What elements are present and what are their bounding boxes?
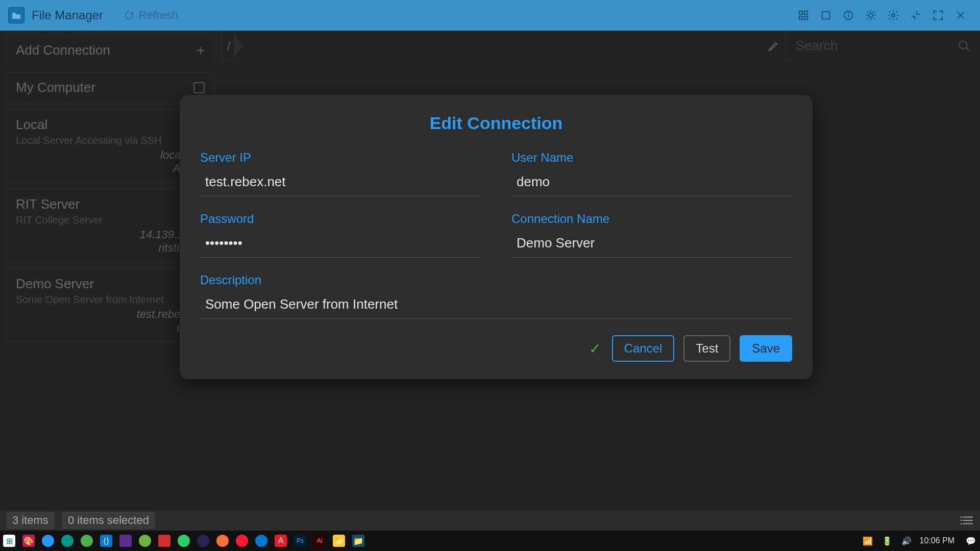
label-description: Description bbox=[200, 273, 792, 287]
theme-button[interactable] bbox=[860, 4, 882, 27]
taskbar-app[interactable]: 🎨 bbox=[22, 535, 35, 547]
expand-icon bbox=[933, 10, 944, 21]
field-description: Description bbox=[200, 273, 792, 319]
field-password: Password bbox=[200, 212, 481, 258]
check-icon: ✓ bbox=[589, 340, 601, 357]
chevron-right-icon bbox=[234, 35, 243, 57]
input-server-ip[interactable] bbox=[200, 170, 481, 196]
wifi-icon[interactable]: 📶 bbox=[862, 535, 874, 547]
svg-line-15 bbox=[867, 18, 868, 19]
taskbar-app[interactable]: 🌐 bbox=[42, 535, 54, 547]
connection-host: localhost bbox=[16, 148, 205, 162]
taskbar-app[interactable]: 📁 bbox=[333, 535, 345, 547]
cancel-button[interactable]: Cancel bbox=[612, 335, 675, 362]
volume-icon[interactable]: 🔊 bbox=[900, 535, 913, 547]
app-title: File Manager bbox=[32, 8, 103, 22]
connection-desc: RIT College Server bbox=[16, 214, 205, 226]
search-box[interactable]: Search bbox=[786, 31, 980, 61]
taskbar-app[interactable]: Ps bbox=[294, 535, 306, 547]
input-description[interactable] bbox=[200, 292, 792, 319]
label-connection-name: Connection Name bbox=[511, 212, 792, 226]
svg-line-16 bbox=[873, 12, 874, 13]
connection-name: Local bbox=[16, 117, 205, 133]
taskbar-app[interactable] bbox=[197, 535, 209, 547]
apps-grid-icon bbox=[798, 10, 809, 21]
taskbar-app[interactable] bbox=[236, 535, 248, 547]
info-icon bbox=[843, 10, 854, 21]
window-button[interactable] bbox=[815, 4, 837, 27]
svg-point-27 bbox=[961, 523, 962, 524]
svg-point-26 bbox=[961, 519, 962, 521]
svg-point-20 bbox=[959, 41, 967, 48]
connection-name: RIT Server bbox=[16, 196, 205, 212]
taskbar-app[interactable] bbox=[216, 535, 229, 547]
taskbar-app[interactable]: A bbox=[275, 535, 287, 547]
svg-line-14 bbox=[873, 18, 874, 19]
connection-host: 14.139.189.x bbox=[16, 228, 205, 241]
svg-point-17 bbox=[892, 14, 895, 17]
svg-rect-0 bbox=[799, 11, 802, 14]
refresh-button[interactable]: Refresh bbox=[124, 9, 178, 22]
svg-line-21 bbox=[966, 47, 969, 51]
connection-user: Admin bbox=[16, 162, 205, 175]
taskbar-app[interactable] bbox=[158, 535, 170, 547]
add-connection-button[interactable]: Add Connection + bbox=[6, 35, 214, 66]
label-server-ip: Server IP bbox=[200, 151, 481, 165]
minimize-button[interactable] bbox=[904, 4, 927, 27]
taskbar-app[interactable] bbox=[139, 535, 151, 547]
start-menu-button[interactable]: ⊞ bbox=[3, 535, 15, 547]
svg-point-25 bbox=[961, 516, 962, 518]
breadcrumb-root[interactable]: / bbox=[227, 31, 231, 61]
svg-point-7 bbox=[848, 12, 849, 14]
field-user-name: User Name bbox=[511, 151, 792, 196]
connection-host: test.rebex.net bbox=[16, 308, 205, 321]
field-connection-name: Connection Name bbox=[511, 212, 792, 258]
input-password[interactable] bbox=[200, 231, 481, 258]
svg-rect-4 bbox=[822, 12, 830, 19]
view-list-button[interactable] bbox=[961, 515, 974, 526]
taskbar-app[interactable] bbox=[119, 535, 132, 547]
my-computer-label: My Computer bbox=[16, 80, 95, 95]
test-button[interactable]: Test bbox=[683, 335, 730, 362]
input-user-name[interactable] bbox=[511, 170, 792, 196]
label-user-name: User Name bbox=[511, 151, 792, 165]
taskbar-app[interactable]: Ai bbox=[313, 535, 326, 547]
app-icon bbox=[8, 7, 24, 23]
apps-grid-button[interactable] bbox=[792, 4, 815, 27]
settings-button[interactable] bbox=[882, 4, 904, 27]
notifications-icon[interactable]: 💬 bbox=[965, 535, 977, 547]
connection-user: ritstudent bbox=[16, 241, 205, 255]
modal-title: Edit Connection bbox=[200, 113, 792, 133]
taskbar-app[interactable] bbox=[255, 535, 267, 547]
plus-icon: + bbox=[197, 43, 205, 58]
edit-connection-modal: Edit Connection Server IP User Name Pass… bbox=[180, 95, 813, 379]
input-connection-name[interactable] bbox=[511, 231, 792, 258]
collapse-icon bbox=[910, 10, 921, 21]
close-icon bbox=[955, 10, 966, 21]
taskbar-app[interactable] bbox=[81, 535, 93, 547]
status-bar: 3 items 0 items selected bbox=[0, 510, 980, 531]
breadcrumb[interactable]: / bbox=[220, 31, 786, 61]
taskbar-clock[interactable]: 10:06 PM bbox=[920, 536, 954, 545]
battery-icon[interactable]: 🔋 bbox=[881, 535, 893, 547]
taskbar-app-active[interactable]: 📁 bbox=[352, 535, 364, 547]
pencil-icon bbox=[768, 40, 780, 52]
connection-desc: Some Open Server from Internet bbox=[16, 294, 205, 306]
info-button[interactable] bbox=[837, 4, 860, 27]
windows-taskbar: ⊞ 🎨 🌐 ⟨⟩ A Ps Ai 📁 📁 📶 🔋 🔊 10:06 PM 💬 bbox=[0, 531, 980, 551]
refresh-icon bbox=[124, 10, 135, 21]
refresh-label: Refresh bbox=[139, 9, 178, 22]
taskbar-app[interactable] bbox=[178, 535, 190, 547]
label-password: Password bbox=[200, 212, 481, 226]
taskbar-app[interactable]: ⟨⟩ bbox=[100, 535, 112, 547]
maximize-button[interactable] bbox=[927, 4, 949, 27]
save-button[interactable]: Save bbox=[740, 335, 792, 362]
connection-user: demo bbox=[16, 321, 205, 334]
sun-icon bbox=[865, 9, 877, 21]
taskbar-app[interactable] bbox=[61, 535, 74, 547]
square-icon bbox=[193, 82, 205, 93]
connection-name: Demo Server bbox=[16, 276, 205, 292]
edit-path-button[interactable] bbox=[768, 40, 780, 52]
close-button[interactable] bbox=[949, 4, 972, 27]
titlebar: File Manager Refresh bbox=[0, 0, 980, 31]
